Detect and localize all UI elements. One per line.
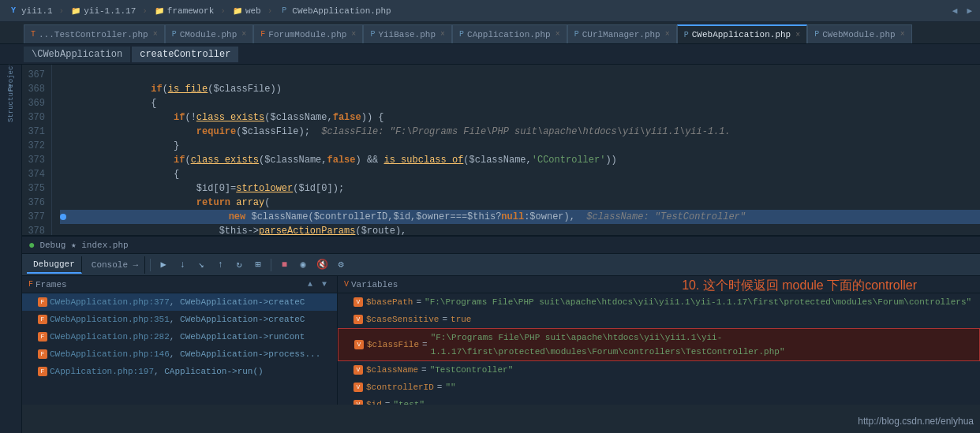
frames-title: F Frames — [28, 280, 67, 289]
toolbar-sep2 — [271, 259, 271, 271]
close-tab-1[interactable]: × — [153, 30, 158, 39]
class-crumb[interactable]: \CWebApplication — [24, 47, 130, 62]
code-line-375: $id[0]= strtolower ($id[0]); — [60, 181, 980, 196]
code-content: if ( is_file ( $classFile )) { — [52, 65, 980, 235]
method-breadcrumb-bar: \CWebApplication createController — [0, 44, 980, 65]
frame-icon-3: F — [38, 349, 47, 359]
file-label: CWebApplication.php — [292, 6, 391, 16]
frame-down-btn[interactable]: ▼ — [318, 278, 331, 291]
frame-item-3[interactable]: F CWebApplication.php:146, CWebApplicati… — [22, 345, 337, 363]
breakpoint-377 — [60, 214, 66, 220]
code-line-373: if ( class_exists ( $className, false ) … — [60, 153, 980, 167]
var-item-casesensitive: V $caseSensitive = true — [338, 311, 980, 328]
code-line-368: if ( is_file ( $classFile )) — [60, 82, 980, 96]
run-cursor-btn[interactable]: ↻ — [231, 257, 247, 273]
var-icon-2: V — [354, 340, 364, 349]
tab-forummodule[interactable]: F ForumModule.php × — [253, 24, 363, 43]
code-editor[interactable]: 367 368 369 370 371 372 373 374 375 376 … — [22, 65, 980, 235]
tabs-bar: T ...TestController.php × P CModule.php … — [0, 22, 980, 44]
framework-label: framework — [167, 6, 214, 16]
code-area-wrapper: 367 368 369 370 371 372 373 374 375 376 … — [22, 65, 980, 433]
step-out-btn[interactable]: ↑ — [212, 257, 228, 273]
framework-breadcrumb[interactable]: 📁 framework — [151, 4, 217, 18]
var-icon-4: V — [353, 383, 363, 392]
yii-label: yii1.1 — [21, 6, 53, 16]
toolbar-sep — [150, 259, 151, 271]
variables-title: V Variables — [344, 280, 398, 289]
folder-icon-3: 📁 — [232, 6, 243, 17]
close-tab-8[interactable]: × — [900, 30, 905, 39]
frame-icon-4: F — [38, 367, 47, 376]
left-sidebar: Project Structure — [0, 65, 22, 433]
nav-back[interactable]: ◀ — [949, 4, 961, 17]
close-tab-6[interactable]: × — [665, 30, 670, 39]
tab-cmodule[interactable]: P CModule.php × — [165, 24, 254, 43]
folder-icon-2: 📁 — [154, 6, 165, 17]
frames-list: F CWebApplication.php:377, CWebApplicati… — [22, 293, 337, 405]
version-breadcrumb[interactable]: 📁 yii-1.1.17 — [67, 4, 139, 18]
var-item-controllerid: V $controllerID = "" — [338, 379, 980, 396]
variables-panel: V Variables V $basePath = "F:\Programs F… — [338, 276, 980, 405]
main-layout: Y yii1.1 › 📁 yii-1.1.17 › 📁 framework › … — [0, 0, 980, 433]
stop-btn[interactable]: ■ — [276, 257, 292, 273]
code-line-377: new $className( $controllerID, $id, $own… — [60, 210, 980, 224]
settings-btn[interactable]: ⚙ — [333, 257, 349, 273]
tab-cwebapplication[interactable]: P CWebApplication.php × — [677, 24, 807, 43]
yii-breadcrumb[interactable]: Y yii1.1 — [5, 4, 56, 18]
frame-item-1[interactable]: F CWebApplication.php:351, CWebApplicati… — [22, 311, 337, 328]
frame-nav: ▲ ▼ — [304, 278, 331, 291]
code-line-376: return array ( — [60, 196, 980, 210]
nav-forward[interactable]: ▶ — [963, 4, 975, 17]
frames-panel: F Frames ▲ ▼ F — [22, 276, 338, 405]
tab-testcontroller[interactable]: T ...TestController.php × — [24, 24, 165, 43]
close-tab-5[interactable]: × — [555, 30, 560, 39]
yii-icon: Y — [8, 6, 19, 17]
sidebar-structure-icon[interactable]: Structure — [2, 95, 20, 112]
tab-capplication[interactable]: P CApplication.php × — [452, 24, 567, 43]
debug-title-bar: ● Debug ★ index.php — [22, 237, 980, 254]
mute-bp-btn[interactable]: 🔇 — [314, 257, 330, 273]
frame-item-2[interactable]: F CWebApplication.php:282, CWebApplicati… — [22, 328, 337, 345]
debug-status-dot: ● — [28, 239, 35, 252]
close-tab-3[interactable]: × — [351, 30, 356, 39]
sidebar-project-icon[interactable]: Project — [2, 68, 20, 85]
frame-item-0[interactable]: F CWebApplication.php:377, CWebApplicati… — [22, 293, 337, 311]
line-numbers: 367 368 369 370 371 372 373 374 375 376 … — [22, 65, 52, 235]
folder-icon-1: 📁 — [70, 6, 81, 17]
code-line-369: { — [60, 96, 980, 110]
frame-up-btn[interactable]: ▲ — [304, 278, 316, 291]
var-item-classfile: V $classFile = "F:\Programs File\PHP sui… — [338, 328, 980, 361]
debug-panel: ● Debug ★ index.php Debugger Console → ▶ — [22, 235, 980, 405]
close-tab-7[interactable]: × — [795, 31, 800, 39]
web-breadcrumb[interactable]: 📁 web — [229, 4, 264, 18]
frame-item-4[interactable]: F CApplication.php:197, CApplication->ru… — [22, 363, 337, 380]
step-into-btn[interactable]: ↘ — [193, 257, 209, 273]
frames-header: F Frames ▲ ▼ — [22, 276, 337, 293]
tab-curlmanager[interactable]: P CUrlManager.php × — [567, 24, 677, 43]
web-label: web — [245, 6, 261, 16]
file-breadcrumb[interactable]: P CWebApplication.php — [275, 4, 394, 18]
sep3: › — [220, 6, 226, 16]
resume-btn[interactable]: ▶ — [155, 257, 171, 273]
version-label: yii-1.1.17 — [84, 6, 136, 16]
tab-cwebmodule[interactable]: P CWebModule.php × — [807, 24, 911, 43]
var-icon-3: V — [353, 365, 363, 375]
debug-title: Debug ★ index.php — [39, 240, 128, 250]
view-bp-btn[interactable]: ◉ — [295, 257, 311, 273]
var-item-classname: V $className = "TestController" — [338, 361, 980, 379]
close-tab-4[interactable]: × — [440, 30, 445, 39]
step-over-btn[interactable]: ↓ — [174, 257, 190, 273]
close-tab-2[interactable]: × — [241, 30, 246, 39]
var-item-basepath: V $basePath = "F:\Programs File\PHP suit… — [338, 293, 980, 311]
sep4: › — [267, 6, 273, 16]
debug-content: F Frames ▲ ▼ F — [22, 276, 980, 405]
code-line-371: require ( $classFile ); $classFile: "F:\… — [60, 125, 980, 139]
tab-console[interactable]: Console → — [85, 256, 145, 274]
annotation-text: 10. 这个时候返回 module 下面的controller — [682, 278, 917, 294]
php-file-icon: P — [279, 6, 290, 17]
tab-debugger[interactable]: Debugger — [27, 256, 82, 274]
tab-yiibase[interactable]: P YiiBase.php × — [363, 24, 452, 43]
code-line-374: { — [60, 167, 980, 181]
evaluate-btn[interactable]: ⊞ — [250, 257, 266, 273]
method-crumb[interactable]: createController — [132, 47, 238, 62]
